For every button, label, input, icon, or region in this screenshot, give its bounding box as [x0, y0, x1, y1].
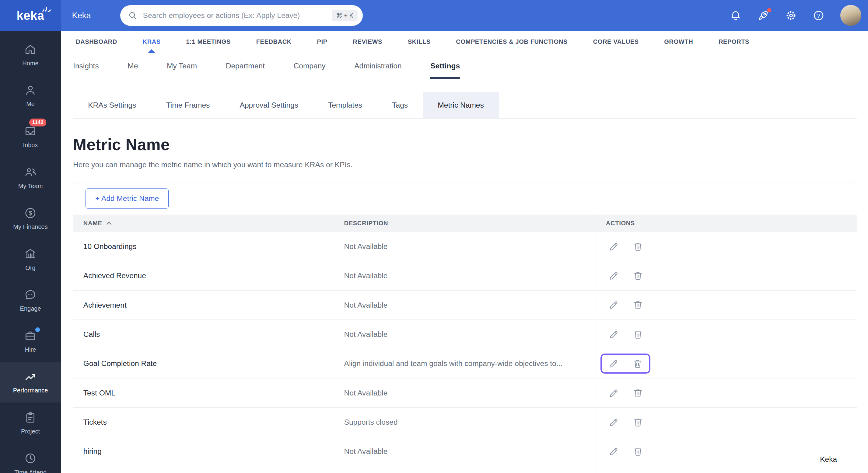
sidebar-item-home[interactable]: Home — [0, 34, 61, 75]
delete-icon[interactable] — [632, 329, 643, 340]
sort-ascending-icon — [106, 221, 112, 226]
home-icon — [24, 42, 37, 56]
row-actions — [596, 261, 857, 290]
tab-1-1-meetings[interactable]: 1:1 MEETINGS — [186, 31, 231, 53]
edit-icon[interactable] — [608, 358, 619, 369]
sidebar-item-time-attend[interactable]: Time Attend — [0, 443, 61, 473]
settings-tab-templates[interactable]: Templates — [313, 92, 377, 118]
sidebar: Home Me 1142 Inbox My Team $ My Finan — [0, 31, 61, 473]
tab-reviews[interactable]: REVIEWS — [353, 31, 382, 53]
hire-briefcase-icon — [24, 329, 37, 343]
settings-tab-approval-settings[interactable]: Approval Settings — [225, 92, 313, 118]
sidebar-item-inbox[interactable]: 1142 Inbox — [0, 116, 61, 157]
sidebar-item-label: Org — [25, 265, 35, 271]
sidebar-item-engage[interactable]: Engage — [0, 280, 61, 321]
settings-tabs: KRAs Settings Time Frames Approval Setti… — [73, 92, 857, 119]
delete-icon[interactable] — [632, 446, 643, 457]
settings-tab-time-frames[interactable]: Time Frames — [151, 92, 225, 118]
table-row: Test OML Not Available — [73, 378, 857, 407]
logo-spark-icon — [42, 5, 868, 15]
delete-icon[interactable] — [632, 358, 643, 369]
metric-name-cell: Test OML — [73, 378, 334, 407]
notifications-bell-icon[interactable] — [730, 9, 742, 22]
settings-tab-tags[interactable]: Tags — [377, 92, 423, 118]
edit-icon[interactable] — [608, 270, 619, 281]
tab-skills[interactable]: SKILLS — [408, 31, 431, 53]
row-actions — [596, 291, 857, 319]
sidebar-item-project[interactable]: Project — [0, 403, 61, 443]
add-metric-name-button[interactable]: + Add Metric Name — [86, 189, 168, 208]
metric-description-cell: Not Available — [334, 320, 596, 349]
table-row: 10 Onboardings Not Available — [73, 232, 857, 261]
help-icon[interactable]: ? — [813, 9, 825, 22]
edit-icon[interactable] — [608, 387, 619, 399]
subtab-my-team[interactable]: My Team — [167, 53, 197, 79]
tab-growth[interactable]: GROWTH — [664, 31, 693, 53]
settings-gear-icon[interactable] — [785, 9, 797, 22]
tab-reports[interactable]: REPORTS — [719, 31, 749, 53]
delete-icon[interactable] — [632, 270, 643, 281]
table-row: Achievement Not Available — [73, 290, 857, 319]
row-actions — [596, 349, 857, 378]
keka-app: keka Keka ⌘ + K — [0, 0, 868, 473]
metric-name-cell: Achievement — [73, 291, 334, 319]
settings-tab-kras-settings[interactable]: KRAs Settings — [73, 92, 151, 118]
team-icon — [24, 165, 37, 179]
column-header-name[interactable]: NAME — [73, 215, 334, 232]
delete-icon[interactable] — [632, 387, 643, 399]
delete-icon[interactable] — [632, 241, 643, 252]
edit-icon[interactable] — [608, 241, 619, 252]
sidebar-item-hire[interactable]: Hire — [0, 321, 61, 362]
delete-icon[interactable] — [632, 299, 643, 310]
metric-name-cell: Tickets — [73, 408, 334, 437]
tab-feedback[interactable]: FEEDBACK — [256, 31, 291, 53]
table-row: Achieved Revenue Not Available — [73, 261, 857, 290]
subtab-insights[interactable]: Insights — [73, 53, 99, 79]
sidebar-item-label: My Team — [18, 183, 43, 190]
keka-logo[interactable]: keka — [0, 0, 61, 31]
page-subtitle: Here you can manage the metric name in w… — [73, 161, 857, 169]
edit-icon[interactable] — [608, 417, 619, 428]
metric-description-cell: Align individual and team goals with com… — [334, 349, 596, 378]
tab-kras[interactable]: KRAS — [143, 31, 161, 53]
delete-icon[interactable] — [632, 417, 643, 428]
sidebar-item-performance[interactable]: Performance — [0, 362, 61, 403]
kras-secondary-nav: Insights Me My Team Department Company A… — [61, 53, 868, 79]
row-actions — [596, 408, 857, 437]
tab-core-values[interactable]: CORE VALUES — [593, 31, 639, 53]
sidebar-item-me[interactable]: Me — [0, 75, 61, 116]
edit-icon[interactable] — [608, 329, 619, 340]
sidebar-item-label: Home — [22, 60, 38, 67]
subtab-settings[interactable]: Settings — [430, 53, 460, 79]
subtab-company[interactable]: Company — [294, 53, 326, 79]
active-tab-caret — [148, 49, 155, 53]
svg-text:$: $ — [29, 209, 32, 216]
metric-description-cell — [334, 466, 596, 473]
table-row-partial — [73, 466, 857, 473]
hire-notification-dot — [35, 327, 40, 332]
metric-name-cell: 10 Onboardings — [73, 232, 334, 261]
tab-pip[interactable]: PIP — [317, 31, 328, 53]
subtab-administration[interactable]: Administration — [354, 53, 402, 79]
sidebar-item-my-finances[interactable]: $ My Finances — [0, 198, 61, 239]
sidebar-item-org[interactable]: Org — [0, 239, 61, 280]
metric-names-card: + Add Metric Name NAME DESCRIPTION ACTIO… — [73, 182, 857, 473]
topbar: keka Keka ⌘ + K — [0, 0, 868, 31]
sidebar-item-label: Engage — [20, 305, 41, 312]
subtab-me[interactable]: Me — [127, 53, 138, 79]
performance-trend-icon — [24, 370, 37, 383]
edit-icon[interactable] — [608, 446, 619, 457]
sidebar-item-label: Hire — [25, 346, 36, 353]
table-row-highlighted: Goal Completion Rate Align individual an… — [73, 349, 857, 378]
tab-competencies-job-functions[interactable]: COMPETENCIES & JOB FUNCTIONS — [456, 31, 568, 53]
column-header-description: DESCRIPTION — [334, 215, 596, 232]
settings-tab-metric-names[interactable]: Metric Names — [423, 92, 499, 118]
sidebar-item-label: Inbox — [23, 142, 38, 149]
metric-name-cell: Achieved Revenue — [73, 261, 334, 290]
user-icon — [24, 83, 37, 97]
tab-dashboard[interactable]: DASHBOARD — [76, 31, 117, 53]
whats-new-rocket-icon[interactable] — [757, 9, 769, 22]
sidebar-item-my-team[interactable]: My Team — [0, 157, 61, 198]
edit-icon[interactable] — [608, 299, 619, 310]
subtab-department[interactable]: Department — [226, 53, 265, 79]
